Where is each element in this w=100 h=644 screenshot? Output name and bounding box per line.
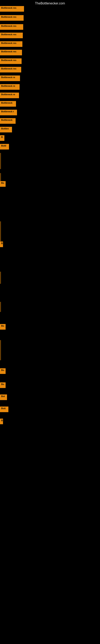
bottleneck-button-3[interactable]: Bottleneck res <box>0 24 23 30</box>
bottleneck-button-15[interactable]: Bottlen <box>0 127 12 132</box>
bottleneck-button-24[interactable]: Bott <box>0 406 8 412</box>
bottleneck-button-4[interactable]: Bottleneck res <box>0 32 23 38</box>
bottleneck-button-13[interactable]: Bottleneck r <box>0 110 17 115</box>
vertical-line-2 <box>0 173 1 181</box>
bottleneck-button-18[interactable]: Bo <box>0 181 6 187</box>
bottleneck-button-8[interactable]: Bottleneck res <box>0 67 21 72</box>
bottleneck-button-14[interactable]: Bottleneck <box>0 118 16 124</box>
bottleneck-button-21[interactable]: Bo <box>0 368 6 374</box>
bottleneck-button-6[interactable]: Bottleneck res <box>0 50 22 55</box>
bottleneck-button-1[interactable]: Bottleneck res <box>0 6 24 12</box>
bottleneck-button-16[interactable]: B <box>0 135 4 141</box>
vertical-line-5 <box>0 302 1 312</box>
vertical-line-1 <box>0 153 1 169</box>
bottleneck-button-5[interactable]: Bottleneck res <box>0 41 22 47</box>
vertical-line-4 <box>0 272 1 284</box>
bottleneck-button-19[interactable]: B <box>0 242 3 247</box>
vertical-line-3 <box>0 222 1 242</box>
bottleneck-button-9[interactable]: Bottleneck re <box>0 76 20 81</box>
bottleneck-button-7[interactable]: Bottleneck res <box>0 58 22 64</box>
bottleneck-button-12[interactable]: Bottleneck <box>0 101 16 107</box>
bottleneck-button-10[interactable]: Bottleneck re <box>0 84 20 90</box>
vertical-line-6 <box>0 340 1 360</box>
bottleneck-button-2[interactable]: Bottleneck res <box>0 15 24 21</box>
site-title: TheBottlenecker.com <box>0 0 100 7</box>
bottleneck-button-11[interactable]: Bottleneck re <box>0 92 19 98</box>
bottleneck-button-23[interactable]: Bot <box>0 394 7 400</box>
bottleneck-button-17[interactable]: Bottl <box>0 144 9 150</box>
bottleneck-button-25[interactable]: B <box>0 418 3 424</box>
bottleneck-button-20[interactable]: Bo <box>0 324 6 330</box>
bottleneck-button-22[interactable]: Bo <box>0 382 6 388</box>
